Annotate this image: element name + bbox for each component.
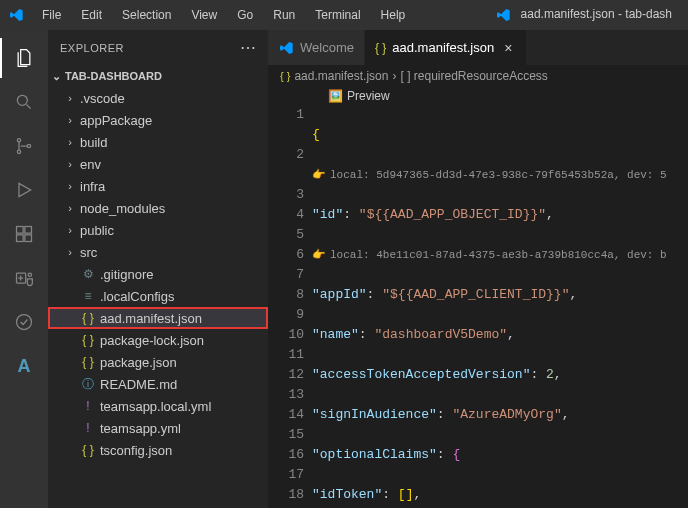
tab-welcome[interactable]: Welcome [268, 30, 365, 65]
tree-file[interactable]: !teamsapp.local.yml [48, 395, 268, 417]
menu-edit[interactable]: Edit [73, 4, 110, 26]
svg-rect-4 [17, 227, 24, 234]
breadcrumb-item[interactable]: aad.manifest.json [294, 69, 388, 83]
activity-check[interactable] [0, 302, 48, 342]
code-str: ${{AAD_APP_CLIENT_ID}} [390, 287, 562, 302]
file-tree: ›.vscode ›appPackage ›build ›env ›infra … [48, 87, 268, 508]
tree-file[interactable]: ⚙.gitignore [48, 263, 268, 285]
code-str: AzureADMyOrg [460, 407, 554, 422]
tree-file[interactable]: { }package-lock.json [48, 329, 268, 351]
tree-label: .gitignore [100, 267, 153, 282]
activity-azure[interactable]: A [0, 346, 48, 386]
tree-folder[interactable]: ›build [48, 131, 268, 153]
folder-section-header[interactable]: ⌄ TAB-DASHBOARD [48, 65, 268, 87]
svg-rect-5 [25, 227, 32, 234]
tree-folder[interactable]: ›.vscode [48, 87, 268, 109]
tree-label: teamsapp.local.yml [100, 399, 211, 414]
menu-help[interactable]: Help [373, 4, 414, 26]
chevron-right-icon: › [64, 224, 76, 236]
editor-area: Welcome { } aad.manifest.json × { } aad.… [268, 30, 688, 508]
tree-file[interactable]: !teamsapp.yml [48, 417, 268, 439]
chevron-right-icon: › [64, 180, 76, 192]
window-title: aad.manifest.json - tab-dash [417, 7, 680, 23]
window-title-text: aad.manifest.json - tab-dash [521, 7, 672, 21]
activity-extensions[interactable] [0, 214, 48, 254]
tree-folder[interactable]: ›env [48, 153, 268, 175]
source-control-icon [14, 136, 34, 156]
tree-label: package-lock.json [100, 333, 204, 348]
tab-label: aad.manifest.json [392, 40, 494, 55]
gear-icon: ⚙ [80, 266, 96, 282]
tree-label: env [80, 157, 101, 172]
chevron-right-icon: › [64, 202, 76, 214]
json-icon: { } [375, 41, 386, 55]
vscode-icon [278, 40, 294, 56]
gear-icon: ≡ [80, 288, 96, 304]
tree-file[interactable]: ⓘREADME.md [48, 373, 268, 395]
line-gutter: 1 2 3 4 5 6 7 8 9 10 11 12 13 14 15 16 1… [268, 105, 312, 508]
vscode-logo-icon [495, 7, 511, 23]
vscode-logo-icon [8, 7, 24, 23]
files-icon [14, 48, 34, 68]
menu-file[interactable]: File [34, 4, 69, 26]
menu-go[interactable]: Go [229, 4, 261, 26]
svg-point-2 [17, 150, 20, 153]
menu-view[interactable]: View [183, 4, 225, 26]
tree-label: appPackage [80, 113, 152, 128]
chevron-right-icon: › [64, 92, 76, 104]
activity-scm[interactable] [0, 126, 48, 166]
breadcrumb[interactable]: { } aad.manifest.json › [ ] requiredReso… [268, 65, 688, 87]
code-editor[interactable]: 1 2 3 4 5 6 7 8 9 10 11 12 13 14 15 16 1… [268, 105, 688, 508]
svg-rect-7 [25, 235, 32, 242]
info-icon: ⓘ [80, 376, 96, 392]
tree-label: tsconfig.json [100, 443, 172, 458]
tab-label: Welcome [300, 40, 354, 55]
tree-label: node_modules [80, 201, 165, 216]
titlebar: File Edit Selection View Go Run Terminal… [0, 0, 688, 30]
search-icon [14, 92, 34, 112]
activity-teams[interactable] [0, 258, 48, 298]
activity-bar: A [0, 30, 48, 508]
code-lines[interactable]: { 👉local: 5d947365-dd3d-47e3-938c-79f654… [312, 105, 688, 508]
tree-folder[interactable]: ›node_modules [48, 197, 268, 219]
code-num: 2 [546, 365, 554, 385]
chevron-right-icon: › [64, 114, 76, 126]
azure-icon: A [18, 356, 31, 377]
tree-folder[interactable]: ›src [48, 241, 268, 263]
menu-run[interactable]: Run [265, 4, 303, 26]
tree-label: src [80, 245, 97, 260]
code-str: ${{AAD_APP_OBJECT_ID}} [367, 207, 539, 222]
tree-file[interactable]: { }tsconfig.json [48, 439, 268, 461]
preview-icon: 🖼️ [328, 89, 343, 103]
menu-terminal[interactable]: Terminal [307, 4, 368, 26]
activity-search[interactable] [0, 82, 48, 122]
tree-folder[interactable]: ›appPackage [48, 109, 268, 131]
tree-folder[interactable]: ›infra [48, 175, 268, 197]
activity-debug[interactable] [0, 170, 48, 210]
tree-label: infra [80, 179, 105, 194]
svg-rect-6 [17, 235, 24, 242]
json-icon: { } [80, 332, 96, 348]
tree-folder[interactable]: ›public [48, 219, 268, 241]
menu-selection[interactable]: Selection [114, 4, 179, 26]
activity-files[interactable] [0, 38, 48, 78]
exclaim-icon: ! [80, 420, 96, 436]
svg-point-0 [17, 95, 27, 105]
check-icon [14, 312, 34, 332]
preview-bar[interactable]: 🖼️ Preview [268, 87, 688, 105]
breadcrumb-item[interactable]: [ ] requiredResourceAccess [400, 69, 547, 83]
tree-file[interactable]: ≡.localConfigs [48, 285, 268, 307]
code-str: dashboardV5Demo [382, 327, 499, 342]
tree-label: README.md [100, 377, 177, 392]
svg-point-1 [17, 139, 20, 142]
preview-label: Preview [347, 89, 390, 103]
tree-file[interactable]: { }package.json [48, 351, 268, 373]
json-icon: { } [80, 310, 96, 326]
chevron-down-icon: ⌄ [52, 70, 61, 83]
close-icon[interactable]: × [500, 40, 516, 56]
explorer-more-icon[interactable]: ⋯ [240, 38, 257, 57]
tree-label: public [80, 223, 114, 238]
tree-file-aad-manifest[interactable]: { }aad.manifest.json [48, 307, 268, 329]
tab-aad-manifest[interactable]: { } aad.manifest.json × [365, 30, 527, 65]
run-debug-icon [14, 180, 34, 200]
